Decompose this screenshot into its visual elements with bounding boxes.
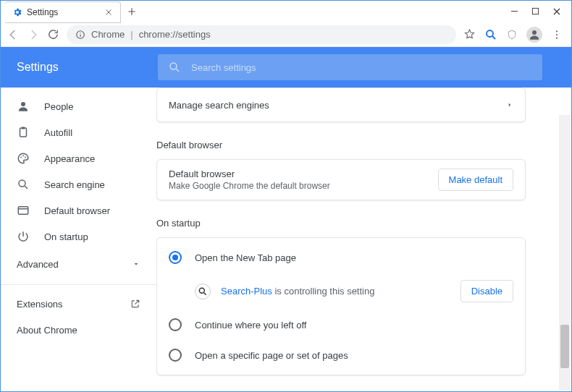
svg-point-9: [21, 102, 25, 106]
default-browser-title: Default browser: [169, 169, 330, 179]
sidebar-item-label: People: [44, 101, 73, 112]
tab-title: Settings: [27, 7, 104, 17]
extension-search-icon[interactable]: [484, 28, 497, 41]
sidebar-advanced-label: Advanced: [17, 259, 59, 270]
page-title: Settings: [17, 61, 158, 74]
minimize-icon[interactable]: [510, 7, 518, 16]
search-icon: [17, 178, 30, 191]
sidebar-separator: [1, 284, 156, 285]
on-startup-heading: On startup: [156, 218, 526, 229]
scrollbar-thumb[interactable]: [560, 325, 569, 368]
sidebar-extensions-label: Extensions: [17, 299, 63, 310]
titlebar: Settings: [1, 1, 571, 22]
window-close-icon[interactable]: [552, 7, 561, 16]
chevron-right-icon: [506, 101, 513, 108]
sidebar-extensions[interactable]: Extensions: [1, 291, 156, 317]
search-input[interactable]: [191, 62, 532, 73]
sidebar-advanced[interactable]: Advanced: [1, 250, 156, 278]
search-icon: [168, 61, 181, 74]
manage-search-engines-card[interactable]: Manage search engines: [156, 88, 526, 122]
radio-specific[interactable]: Open a specific page or set of pages: [157, 340, 525, 370]
svg-rect-16: [18, 207, 28, 215]
menu-icon[interactable]: [551, 29, 563, 41]
svg-point-8: [170, 63, 177, 69]
extension-search-icon: [195, 284, 211, 299]
sidebar-about-label: About Chrome: [17, 325, 77, 336]
svg-point-7: [556, 37, 558, 38]
person-icon: [17, 100, 30, 113]
settings-header: Settings: [1, 47, 571, 88]
svg-rect-10: [20, 128, 27, 137]
main-panel: Manage search engines Default browser De…: [156, 88, 571, 391]
profile-avatar[interactable]: [526, 27, 542, 43]
radio-label: Continue where you left off: [195, 320, 306, 331]
shield-icon[interactable]: [506, 29, 518, 41]
sidebar-item-label: Appearance: [44, 153, 95, 164]
sidebar-item-label: Search engine: [44, 179, 105, 190]
svg-point-2: [80, 33, 80, 33]
maximize-icon[interactable]: [531, 7, 539, 16]
new-tab-button[interactable]: [127, 7, 137, 17]
sidebar-item-appearance[interactable]: Appearance: [1, 145, 156, 171]
radio-icon: [169, 318, 182, 331]
browser-tab[interactable]: Settings: [5, 1, 121, 23]
radio-label: Open a specific page or set of pages: [195, 350, 348, 361]
power-icon: [17, 230, 30, 243]
radio-icon: [169, 349, 182, 362]
sidebar: People Autofill Appearance Search engine…: [1, 88, 156, 391]
radio-new-tab[interactable]: Open the New Tab page: [157, 242, 525, 273]
omnibox-separator: |: [130, 29, 133, 40]
reload-icon[interactable]: [47, 28, 59, 41]
forward-icon[interactable]: [27, 28, 40, 41]
sidebar-about-chrome[interactable]: About Chrome: [1, 317, 156, 343]
on-startup-card: Open the New Tab page Search-Plus is con…: [156, 237, 526, 375]
svg-point-17: [199, 288, 204, 293]
svg-point-5: [556, 30, 558, 32]
extension-controlling-notice: Search-Plus is controlling this setting …: [157, 273, 525, 310]
gear-icon: [12, 7, 22, 17]
svg-point-12: [20, 157, 22, 158]
disable-button[interactable]: Disable: [460, 280, 513, 302]
clipboard-icon: [17, 126, 30, 139]
sidebar-item-label: Autofill: [44, 127, 72, 138]
radio-label: Open the New Tab page: [195, 252, 296, 263]
scrollbar-track[interactable]: [559, 115, 571, 391]
svg-point-14: [25, 157, 26, 158]
default-browser-heading: Default browser: [156, 140, 526, 150]
chevron-down-icon: [132, 260, 140, 268]
external-link-icon: [130, 299, 140, 309]
star-icon[interactable]: [463, 28, 476, 41]
omnibox[interactable]: Chrome | chrome://settings: [67, 25, 456, 44]
manage-search-engines-label: Manage search engines: [169, 100, 269, 111]
default-browser-card: Default browser Make Google Chrome the d…: [156, 159, 526, 200]
svg-point-13: [22, 155, 24, 156]
info-icon: [75, 30, 85, 40]
browser-toolbar: Chrome | chrome://settings: [1, 22, 571, 47]
svg-point-15: [19, 180, 25, 187]
omnibox-origin: Chrome: [91, 29, 125, 40]
sidebar-item-autofill[interactable]: Autofill: [1, 119, 156, 145]
close-icon[interactable]: [104, 8, 113, 17]
back-icon[interactable]: [7, 28, 20, 41]
svg-rect-0: [532, 8, 538, 14]
extension-name-link[interactable]: Search-Plus: [221, 286, 272, 297]
svg-point-6: [556, 33, 558, 35]
sidebar-item-people[interactable]: People: [1, 93, 156, 119]
svg-point-3: [487, 30, 493, 37]
radio-icon: [169, 251, 182, 264]
make-default-button[interactable]: Make default: [438, 169, 513, 191]
palette-icon: [17, 152, 30, 165]
sidebar-item-default-browser[interactable]: Default browser: [1, 197, 156, 223]
sidebar-item-on-startup[interactable]: On startup: [1, 223, 156, 250]
search-settings[interactable]: [158, 54, 542, 80]
sidebar-item-label: Default browser: [44, 205, 110, 216]
default-browser-sub: Make Google Chrome the default browser: [169, 181, 330, 191]
extension-rest-text: is controlling this setting: [272, 286, 375, 297]
radio-continue[interactable]: Continue where you left off: [157, 310, 525, 340]
svg-rect-11: [22, 127, 25, 129]
sidebar-item-search-engine[interactable]: Search engine: [1, 171, 156, 197]
sidebar-item-label: On startup: [44, 231, 88, 242]
svg-point-4: [532, 30, 537, 35]
omnibox-path: chrome://settings: [139, 29, 211, 40]
browser-icon: [17, 204, 30, 217]
